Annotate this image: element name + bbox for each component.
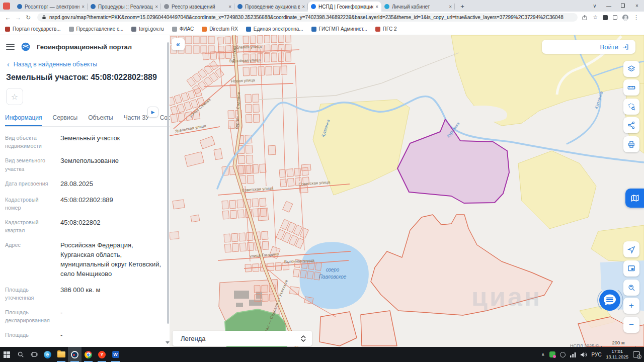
parcel[interactable] <box>253 264 259 272</box>
panel-tab-1[interactable]: Сервисы <box>52 111 77 126</box>
parcel[interactable] <box>186 46 192 53</box>
notification-center-icon[interactable]: 4 <box>633 351 640 357</box>
layers-button[interactable] <box>623 61 639 77</box>
parcel[interactable] <box>237 200 244 208</box>
parcel[interactable] <box>290 287 299 295</box>
parcel[interactable] <box>286 44 292 52</box>
browser-tab-4[interactable]: НСПД | Геоинформационный п× <box>308 2 381 12</box>
volume-icon[interactable] <box>581 352 587 357</box>
parcel[interactable] <box>294 168 301 176</box>
parcel[interactable] <box>278 53 284 61</box>
parcel[interactable] <box>252 164 259 173</box>
panel-tab-2[interactable]: Объекты <box>88 111 113 126</box>
language-indicator[interactable]: РУС <box>592 352 602 357</box>
browser-tab-0[interactable]: Росэлторг — электронная торг× <box>14 2 88 12</box>
taskbar-app-active[interactable] <box>68 347 82 362</box>
parcel[interactable] <box>245 264 252 272</box>
share-button[interactable] <box>623 117 639 133</box>
parcel[interactable] <box>247 232 253 241</box>
parcel[interactable] <box>258 208 269 221</box>
taskbar-clock[interactable]: 17:0113.11.2025 <box>606 349 628 360</box>
parcel[interactable] <box>201 36 207 44</box>
parcel[interactable] <box>184 102 192 111</box>
taskbar-search-button[interactable] <box>14 347 27 362</box>
parcel[interactable] <box>246 105 252 113</box>
parcel[interactable] <box>252 199 259 207</box>
parcel[interactable] <box>186 36 192 44</box>
maximize-button[interactable] <box>616 0 630 12</box>
parcel[interactable] <box>268 145 276 155</box>
forward-icon[interactable]: → <box>13 14 23 21</box>
parcel[interactable] <box>278 35 284 43</box>
parcel[interactable] <box>224 234 230 242</box>
tab-close-icon[interactable]: × <box>449 4 452 10</box>
parcel[interactable] <box>275 262 282 270</box>
minimize-button[interactable]: — <box>602 0 616 12</box>
parcel[interactable] <box>214 149 222 160</box>
parcel[interactable] <box>260 198 266 207</box>
panel-scrollbar[interactable] <box>167 42 169 324</box>
tab-menu-chevron-icon[interactable]: ∨ <box>588 0 602 12</box>
parcel[interactable] <box>265 45 271 52</box>
taskbar-explorer[interactable] <box>54 347 68 362</box>
parcel[interactable] <box>246 115 252 123</box>
parcel[interactable] <box>315 262 322 270</box>
back-icon[interactable]: ← <box>3 14 13 21</box>
panel-tab-0[interactable]: Информация <box>5 111 42 126</box>
sketch-tool-button[interactable] <box>625 189 644 208</box>
parcel[interactable] <box>266 66 272 75</box>
parcel[interactable] <box>194 88 202 97</box>
antivirus-tray-icon[interactable] <box>549 351 555 357</box>
tab-close-icon[interactable]: × <box>375 4 378 10</box>
parcel[interactable] <box>304 297 313 304</box>
parcel[interactable] <box>193 36 199 44</box>
address-bar[interactable]: nspd.gov.ru/map?thematic=PKK&zoom=15.029… <box>37 13 578 22</box>
parcel[interactable] <box>262 294 268 301</box>
parcel[interactable] <box>273 66 280 74</box>
parcel[interactable] <box>258 67 265 75</box>
menu-burger-icon[interactable] <box>6 44 15 50</box>
parcel[interactable] <box>173 200 185 209</box>
parcel[interactable] <box>171 114 178 123</box>
parcel[interactable] <box>232 243 238 252</box>
parcel[interactable] <box>253 114 260 122</box>
parcel[interactable] <box>300 270 306 278</box>
parcel[interactable] <box>253 94 259 102</box>
parcel[interactable] <box>170 97 175 106</box>
browser-tab-2[interactable]: Реестр извещений× <box>161 2 234 12</box>
tray-app-icon[interactable] <box>560 352 566 357</box>
parcel[interactable] <box>246 145 253 153</box>
parcel[interactable] <box>254 286 260 293</box>
parcel[interactable] <box>264 53 270 62</box>
parcel[interactable] <box>203 52 209 60</box>
parcel[interactable] <box>307 271 313 279</box>
parcel[interactable] <box>181 93 189 102</box>
parcel[interactable] <box>243 36 249 44</box>
legend-bar[interactable]: Легенда <box>173 331 312 346</box>
parcel[interactable] <box>210 52 217 60</box>
parcel[interactable] <box>188 90 195 100</box>
measure-button[interactable] <box>623 79 639 96</box>
task-view-button[interactable] <box>27 347 41 362</box>
parcel[interactable] <box>260 164 266 173</box>
bookmark-item-1[interactable]: Предоставление с... <box>69 26 124 32</box>
parcel[interactable] <box>245 95 252 103</box>
parcel[interactable] <box>279 44 285 52</box>
search-area-button[interactable] <box>623 280 639 296</box>
parcel[interactable] <box>247 242 254 251</box>
parcel[interactable] <box>288 178 294 187</box>
browser-tab-5[interactable]: Личный кабинет× <box>381 2 455 12</box>
panel-tab-3[interactable]: Части ЗУ <box>124 111 149 126</box>
parcel[interactable] <box>228 111 234 119</box>
browser-tab-1[interactable]: Процедуры :: Реализация госи× <box>88 2 161 12</box>
parcel[interactable] <box>239 243 246 251</box>
parcel[interactable] <box>238 155 245 164</box>
new-tab-button[interactable]: + <box>458 2 467 11</box>
parcel[interactable] <box>272 45 278 52</box>
favorite-star-button[interactable]: ☆ <box>6 88 23 105</box>
bookmark-item-3[interactable]: ФИАС <box>172 26 194 32</box>
login-button[interactable]: Войти <box>542 40 635 54</box>
parcel[interactable] <box>171 106 178 115</box>
network-icon[interactable] <box>570 352 576 357</box>
chat-fab-button[interactable] <box>599 289 621 311</box>
